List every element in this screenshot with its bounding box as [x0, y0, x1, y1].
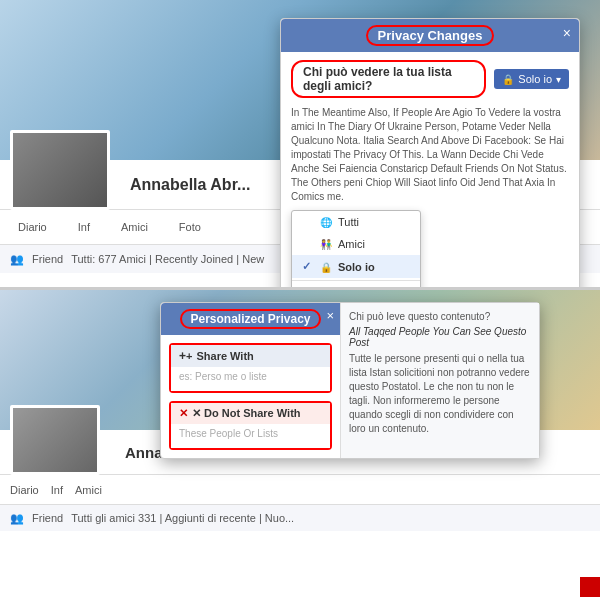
bottom-panel: Annabella Diario Inf Amici 👥 Friend Tutt… — [0, 290, 600, 597]
dropdown-item-personalizzata[interactable]: Personalizzata — [292, 283, 420, 290]
privacy-dropdown-menu: Tutti Amici ✓ Solo io Personalizzata — [291, 210, 421, 290]
question-row: Chi può vedere la tua lista degli amici?… — [291, 60, 569, 98]
dropdown-item-amici[interactable]: Amici — [292, 233, 420, 255]
friends-icon — [320, 238, 332, 250]
personalized-dialog-close-button[interactable]: × — [326, 308, 334, 323]
plus-icon: + — [179, 349, 192, 363]
lock-icon-solo — [320, 261, 332, 273]
personalized-privacy-title: Personalized Privacy — [180, 309, 320, 329]
globe-icon — [320, 216, 332, 228]
privacy-dialog-body: Chi può vedere la tua lista degli amici?… — [281, 52, 579, 290]
dialog-body-text: In The Meantime Also, If People Are Agio… — [291, 106, 569, 204]
do-not-share-label: ✕ Do Not Share With — [192, 407, 301, 420]
dropdown-divider — [292, 280, 420, 281]
personalized-dialog-left: Personalized Privacy × + Share With es: … — [161, 303, 341, 458]
share-with-section: + Share With es: Perso me o liste — [169, 343, 332, 393]
avatar — [10, 130, 110, 210]
red-corner-accent — [580, 577, 600, 597]
personalized-privacy-dialog: Personalized Privacy × + Share With es: … — [160, 302, 540, 459]
chevron-down-icon — [556, 73, 561, 85]
nav-item-diario[interactable]: Diario — [10, 216, 55, 238]
right-description: Tutte le persone presenti qui o nella tu… — [349, 352, 531, 436]
do-not-share-placeholder: These People Or Lists — [179, 428, 278, 439]
friend-icon: 👥 — [10, 253, 24, 266]
bottom-friend-label: Friend — [32, 512, 63, 524]
dropdown-item-tutti[interactable]: Tutti — [292, 211, 420, 233]
share-with-input[interactable]: es: Perso me o liste — [171, 367, 330, 391]
right-info: All Taqqed People You Can See Questo Pos… — [349, 326, 531, 348]
nav-item-info[interactable]: Inf — [70, 216, 98, 238]
profile-name: Annabella Abr... — [130, 176, 250, 194]
share-with-header: + Share With — [171, 345, 330, 367]
privacy-question: Chi può vedere la tua lista degli amici? — [291, 60, 486, 98]
friend-label: Friend — [32, 253, 63, 265]
do-not-share-header: ✕ Do Not Share With — [171, 403, 330, 424]
privacy-dialog-title-bar: Privacy Changes × — [281, 19, 579, 52]
checkmark-solo: ✓ — [302, 260, 314, 273]
privacy-changes-title: Privacy Changes — [366, 25, 495, 46]
personalized-dialog-title-bar: Personalized Privacy × — [161, 303, 340, 335]
nav-item-foto[interactable]: Foto — [171, 216, 209, 238]
privacy-button-label: Solo io — [518, 73, 552, 85]
top-panel: Annabella Abr... Diario Inf Amici Foto 👥… — [0, 0, 600, 290]
share-with-placeholder: es: Perso me o liste — [179, 371, 267, 382]
personalized-dialog-right: Chi può Ieve questo contenuto? All Taqqe… — [341, 303, 539, 458]
do-not-share-input[interactable]: These People Or Lists — [171, 424, 330, 448]
bottom-friends-count: Tutti gli amici 331 | Aggiunti di recent… — [71, 512, 294, 524]
share-with-label: Share With — [196, 350, 253, 362]
dropdown-solo-label: Solo io — [338, 261, 375, 273]
privacy-changes-dialog: Privacy Changes × Chi può vedere la tua … — [280, 18, 580, 290]
do-not-share-section: ✕ Do Not Share With These People Or List… — [169, 401, 332, 450]
bottom-avatar — [10, 405, 100, 475]
bottom-nav: Diario Inf Amici — [0, 475, 600, 505]
bottom-nav-amici[interactable]: Amici — [75, 484, 102, 496]
right-question: Chi può Ieve questo contenuto? — [349, 311, 531, 322]
bottom-nav-inf[interactable]: Inf — [51, 484, 63, 496]
nav-item-amici[interactable]: Amici — [113, 216, 156, 238]
bottom-friend-bar: 👥 Friend Tutti gli amici 331 | Aggiunti … — [0, 505, 600, 531]
dropdown-tutti-label: Tutti — [338, 216, 359, 228]
privacy-dialog-close-button[interactable]: × — [563, 25, 571, 41]
lock-icon — [502, 73, 514, 85]
dropdown-item-solo-io[interactable]: ✓ Solo io — [292, 255, 420, 278]
bottom-nav-diario[interactable]: Diario — [10, 484, 39, 496]
friends-count: Tutti: 677 Amici | Recently Joined | New — [71, 253, 264, 265]
privacy-solo-io-button[interactable]: Solo io — [494, 69, 569, 89]
x-icon — [179, 407, 188, 420]
bottom-friend-icon: 👥 — [10, 512, 24, 525]
dropdown-amici-label: Amici — [338, 238, 365, 250]
